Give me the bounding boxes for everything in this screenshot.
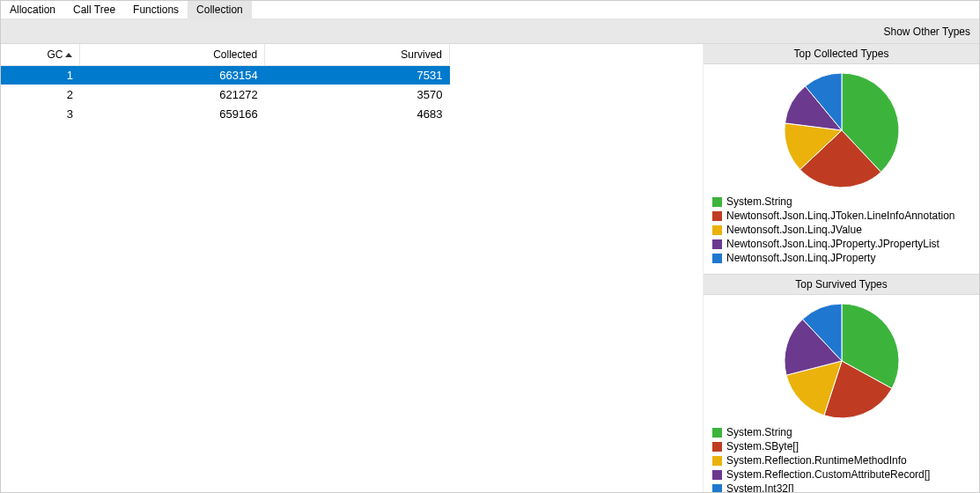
pie-chart-survived: [704, 295, 979, 423]
charts-pane: Top Collected TypesSystem.StringNewtonso…: [703, 44, 979, 492]
legend-label: Newtonsoft.Json.Linq.JToken.LineInfoAnno…: [726, 209, 955, 223]
toolbar: Show Other Types: [1, 19, 979, 44]
legend-swatch: [712, 470, 722, 480]
legend-swatch: [712, 225, 722, 235]
cell-collected: 659166: [80, 104, 265, 123]
column-header-gc-label: GC: [47, 48, 63, 61]
legend-item: Newtonsoft.Json.Linq.JProperty.JProperty…: [712, 237, 979, 251]
legend-label: System.Reflection.RuntimeMethodInfo: [726, 453, 907, 467]
column-header-survived[interactable]: Survived: [265, 44, 450, 65]
tabs-bar: AllocationCall TreeFunctionsCollection: [1, 1, 979, 19]
pie-chart-collected: [704, 64, 979, 193]
legend-item: System.String: [712, 425, 979, 439]
legend-label: System.SByte[]: [726, 439, 799, 453]
legend-label: Newtonsoft.Json.Linq.JProperty.JProperty…: [726, 237, 939, 251]
cell-gc: 1: [1, 65, 80, 85]
legend-swatch: [712, 484, 722, 493]
column-header-collected[interactable]: Collected: [80, 44, 265, 65]
cell-survived: 7531: [265, 65, 450, 85]
cell-survived: 4683: [265, 104, 450, 123]
legend-label: System.Int32[]: [726, 482, 794, 492]
legend-item: Newtonsoft.Json.Linq.JToken.LineInfoAnno…: [712, 209, 979, 223]
legend-label: System.String: [726, 425, 792, 439]
cell-collected: 663154: [80, 65, 265, 85]
gc-table[interactable]: GC Collected Survived 166315475312621272…: [1, 44, 450, 123]
gc-table-pane: GC Collected Survived 166315475312621272…: [1, 44, 703, 492]
panel-title-survived: Top Survived Types: [704, 274, 979, 295]
legend-item: System.Reflection.RuntimeMethodInfo: [712, 453, 979, 467]
legend-item: Newtonsoft.Json.Linq.JProperty: [712, 251, 979, 265]
legend-swatch: [712, 442, 722, 452]
legend-item: Newtonsoft.Json.Linq.JValue: [712, 223, 979, 237]
column-header-gc[interactable]: GC: [1, 44, 80, 65]
cell-survived: 3570: [265, 85, 450, 104]
tab-call-tree[interactable]: Call Tree: [64, 1, 124, 18]
legend-swatch: [712, 254, 722, 263]
panel-title-collected: Top Collected Types: [704, 44, 979, 64]
legend-swatch: [712, 428, 722, 438]
cell-gc: 2: [1, 85, 80, 104]
table-row[interactable]: 16631547531: [1, 65, 450, 85]
legend-collected: System.StringNewtonsoft.Json.Linq.JToken…: [704, 193, 979, 274]
cell-gc: 3: [1, 104, 80, 123]
legend-swatch: [712, 211, 722, 221]
legend-label: Newtonsoft.Json.Linq.JProperty: [726, 251, 875, 265]
tab-allocation[interactable]: Allocation: [1, 1, 64, 18]
legend-item: System.Reflection.CustomAttributeRecord[…: [712, 467, 979, 482]
legend-item: System.Int32[]: [712, 482, 979, 492]
tab-functions[interactable]: Functions: [124, 1, 188, 18]
sort-asc-icon: [65, 53, 72, 57]
legend-label: System.String: [726, 195, 792, 209]
legend-label: Newtonsoft.Json.Linq.JValue: [726, 223, 862, 237]
tab-collection[interactable]: Collection: [188, 1, 252, 18]
legend-label: System.Reflection.CustomAttributeRecord[…: [726, 467, 930, 482]
show-other-types-link[interactable]: Show Other Types: [884, 26, 971, 38]
legend-swatch: [712, 239, 722, 249]
table-row[interactable]: 26212723570: [1, 85, 450, 104]
cell-collected: 621272: [80, 85, 265, 104]
legend-swatch: [712, 197, 722, 207]
legend-swatch: [712, 456, 722, 466]
table-row[interactable]: 36591664683: [1, 104, 450, 123]
legend-item: System.String: [712, 195, 979, 209]
legend-survived: System.StringSystem.SByte[]System.Reflec…: [704, 423, 979, 492]
legend-item: System.SByte[]: [712, 439, 979, 453]
